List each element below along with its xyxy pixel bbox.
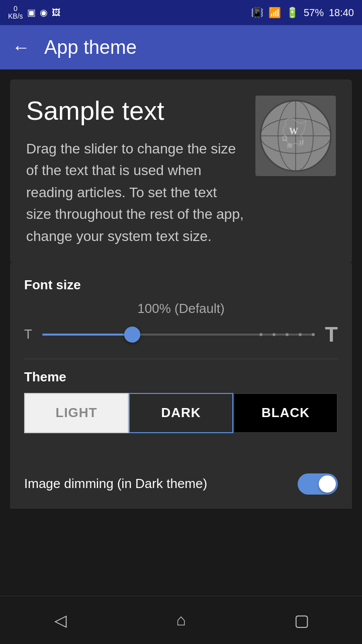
image-dimming-row: Image dimming (in Dark theme) <box>10 459 352 509</box>
theme-section-label: Theme <box>24 369 338 385</box>
slider-track <box>42 334 315 336</box>
toggle-thumb <box>319 475 336 493</box>
slider-dots <box>259 333 315 336</box>
slider-thumb[interactable] <box>124 327 140 343</box>
sample-text-heading: Sample text <box>26 96 245 126</box>
nav-recent-icon: ▢ <box>294 611 309 630</box>
back-button[interactable]: ← <box>12 37 30 58</box>
nav-back-button[interactable]: ◁ <box>40 605 80 635</box>
wifi-icon: 📶 <box>268 7 281 19</box>
nav-recent-button[interactable]: ▢ <box>282 605 322 635</box>
theme-section: Theme LIGHT DARK BLACK <box>24 369 338 433</box>
app-bar-title: App theme <box>44 37 137 58</box>
image-dimming-toggle[interactable] <box>298 473 338 495</box>
small-t-label: T <box>24 327 32 342</box>
large-t-label: T <box>325 323 338 347</box>
slider-dot <box>299 333 302 336</box>
slider-dot <box>259 333 262 336</box>
preview-image: W Ω И 維 <box>255 96 336 176</box>
battery-level: 57% <box>304 7 324 19</box>
status-icon-3: 🖼 <box>52 8 61 18</box>
settings-section: Font size 100% (Default) T T <box>10 263 352 459</box>
font-size-label: Font size <box>24 277 338 293</box>
status-icon-1: ▣ <box>27 7 36 18</box>
slider-dot <box>286 333 289 336</box>
theme-black-button[interactable]: BLACK <box>233 393 338 433</box>
divider <box>24 359 338 359</box>
data-speed: 0 KB/s <box>8 5 23 21</box>
clock: 18:40 <box>329 7 354 19</box>
font-size-section: Font size 100% (Default) T T <box>24 277 338 347</box>
battery-icon: 🔋 <box>286 7 299 19</box>
status-bar: 0 KB/s ▣ ◉ 🖼 📳 📶 🔋 57% 18:40 <box>0 0 362 25</box>
svg-text:W: W <box>289 126 298 136</box>
svg-text:維: 維 <box>287 142 293 148</box>
nav-home-icon: ⌂ <box>176 611 186 629</box>
nav-home-button[interactable]: ⌂ <box>161 605 201 635</box>
svg-text:И: И <box>299 138 304 146</box>
image-dimming-label: Image dimming (in Dark theme) <box>24 476 207 492</box>
theme-dark-button[interactable]: DARK <box>129 393 233 433</box>
preview-card: Sample text Drag the slider to change th… <box>10 79 352 263</box>
app-bar: ← App theme <box>0 25 362 69</box>
nav-back-icon: ◁ <box>54 611 67 630</box>
svg-text:Ω: Ω <box>282 135 287 142</box>
font-percentage: 100% (Default) <box>24 301 338 316</box>
sample-text-body: Drag the slider to change the size of th… <box>26 138 245 247</box>
vibrate-icon: 📳 <box>251 7 263 19</box>
slider-track-fill <box>42 334 132 336</box>
font-size-slider[interactable] <box>42 325 315 345</box>
bottom-nav: ◁ ⌂ ▢ <box>0 596 362 644</box>
theme-buttons: LIGHT DARK BLACK <box>24 393 338 433</box>
font-size-slider-row: T T <box>24 323 338 347</box>
theme-light-button[interactable]: LIGHT <box>24 393 129 433</box>
slider-dot <box>312 333 315 336</box>
status-icon-2: ◉ <box>40 7 48 18</box>
slider-dot <box>273 333 276 336</box>
